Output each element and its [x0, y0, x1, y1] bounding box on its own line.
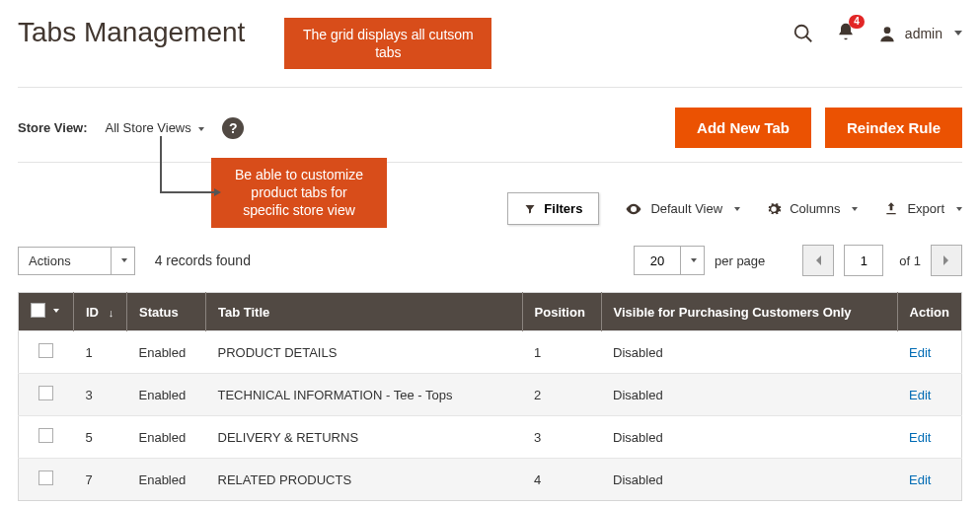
filters-button[interactable]: Filters — [507, 192, 599, 225]
row-checkbox[interactable] — [38, 471, 53, 485]
header-id[interactable]: ID ↓ — [74, 293, 127, 331]
cell-title: RELATED PRODUCTS — [206, 459, 523, 501]
annotation-store-view: Be able to customize product tabs for sp… — [160, 136, 387, 228]
chevron-left-icon — [814, 254, 822, 266]
table-row: 3EnabledTECHNICAL INFORMATION - Tee - To… — [19, 374, 962, 416]
chevron-down-icon — [734, 207, 740, 211]
edit-link[interactable]: Edit — [909, 472, 931, 487]
eye-icon — [625, 200, 642, 218]
next-page-button[interactable] — [931, 245, 962, 276]
table-row: 1EnabledPRODUCT DETAILS1DisabledEdit — [19, 331, 962, 374]
funnel-icon — [524, 203, 536, 215]
user-icon — [877, 24, 897, 43]
chevron-down-icon — [691, 258, 697, 262]
cell-position: 3 — [522, 416, 601, 459]
cell-title: TECHNICAL INFORMATION - Tee - Tops — [206, 374, 523, 416]
add-new-tab-button[interactable]: Add New Tab — [675, 108, 811, 148]
edit-link[interactable]: Edit — [909, 388, 931, 402]
chevron-down-icon — [198, 127, 204, 131]
chevron-down-icon — [956, 207, 962, 211]
svg-point-0 — [795, 25, 808, 37]
admin-username: admin — [905, 26, 942, 41]
row-checkbox[interactable] — [38, 428, 53, 443]
chevron-down-icon — [121, 258, 127, 262]
reindex-rule-button[interactable]: Reindex Rule — [825, 108, 962, 148]
header-tab-title[interactable]: Tab Title — [206, 293, 523, 331]
per-page-label: per page — [715, 254, 765, 268]
cell-status: Enabled — [127, 459, 206, 501]
records-found-label: 4 records found — [155, 253, 251, 268]
cell-id: 1 — [74, 331, 127, 374]
cell-id: 7 — [74, 459, 127, 501]
cell-position: 2 — [522, 374, 601, 416]
store-view-switcher[interactable]: All Store Views — [106, 120, 205, 135]
prev-page-button[interactable] — [802, 245, 834, 276]
row-checkbox[interactable] — [38, 386, 53, 400]
annotation-arrow — [160, 136, 215, 193]
cell-position: 1 — [522, 331, 601, 374]
edit-link[interactable]: Edit — [909, 345, 931, 360]
cell-visible: Disabled — [601, 374, 897, 416]
grid-controls: Actions 4 records found per page of 1 — [18, 241, 962, 292]
table-row: 7EnabledRELATED PRODUCTS4DisabledEdit — [19, 459, 962, 501]
current-page-input[interactable] — [844, 245, 883, 276]
table-row: 5EnabledDELIVERY & RETURNS3DisabledEdit — [19, 416, 962, 459]
page-count-label: of 1 — [899, 254, 921, 268]
cell-visible: Disabled — [601, 331, 897, 374]
page-header: Tabs Management The grid displays all cu… — [18, 18, 962, 88]
sort-arrow-icon: ↓ — [109, 307, 114, 319]
cell-status: Enabled — [127, 416, 206, 459]
mass-actions-dropdown[interactable]: Actions — [18, 247, 135, 275]
store-view-label: Store View: — [18, 120, 88, 135]
header-position[interactable]: Position — [522, 293, 601, 331]
per-page-dropdown[interactable] — [681, 246, 705, 275]
svg-point-2 — [884, 27, 891, 34]
cell-id: 3 — [74, 374, 127, 416]
columns-dropdown[interactable]: Columns — [766, 201, 858, 217]
cell-visible: Disabled — [601, 416, 897, 459]
cell-id: 5 — [74, 416, 127, 459]
row-checkbox[interactable] — [38, 343, 53, 358]
chevron-down-icon — [852, 207, 858, 211]
search-icon[interactable] — [792, 23, 814, 44]
header-action: Action — [897, 293, 961, 331]
svg-line-1 — [806, 36, 812, 41]
select-all-checkbox[interactable] — [31, 303, 45, 318]
header-select-all[interactable] — [19, 293, 74, 331]
cell-status: Enabled — [127, 374, 206, 416]
cell-visible: Disabled — [601, 459, 897, 501]
cell-title: PRODUCT DETAILS — [206, 331, 523, 374]
annotation-store-view-text: Be able to customize product tabs for sp… — [211, 158, 387, 228]
tabs-grid: ID ↓ Status Tab Title Position Visible f… — [18, 292, 962, 501]
chevron-down-icon — [954, 31, 962, 36]
default-view-dropdown[interactable]: Default View — [625, 200, 740, 218]
chevron-down-icon — [53, 309, 59, 313]
edit-link[interactable]: Edit — [909, 430, 931, 445]
header-visible[interactable]: Visible for Purchasing Customers Only — [601, 293, 897, 331]
annotation-grid-description: The grid displays all cutsom tabs — [284, 18, 491, 69]
notification-bell[interactable]: 4 — [836, 22, 856, 44]
cell-status: Enabled — [127, 331, 206, 374]
chevron-right-icon — [942, 254, 950, 266]
admin-account-menu[interactable]: admin — [877, 24, 962, 43]
per-page-input[interactable] — [634, 246, 681, 275]
cell-title: DELIVERY & RETURNS — [206, 416, 523, 459]
export-icon — [883, 201, 899, 217]
page-title: Tabs Management — [18, 18, 245, 48]
notification-badge: 4 — [849, 15, 865, 29]
export-dropdown[interactable]: Export — [883, 201, 962, 217]
gear-icon — [766, 201, 782, 217]
header-status[interactable]: Status — [127, 293, 206, 331]
cell-position: 4 — [522, 459, 601, 501]
